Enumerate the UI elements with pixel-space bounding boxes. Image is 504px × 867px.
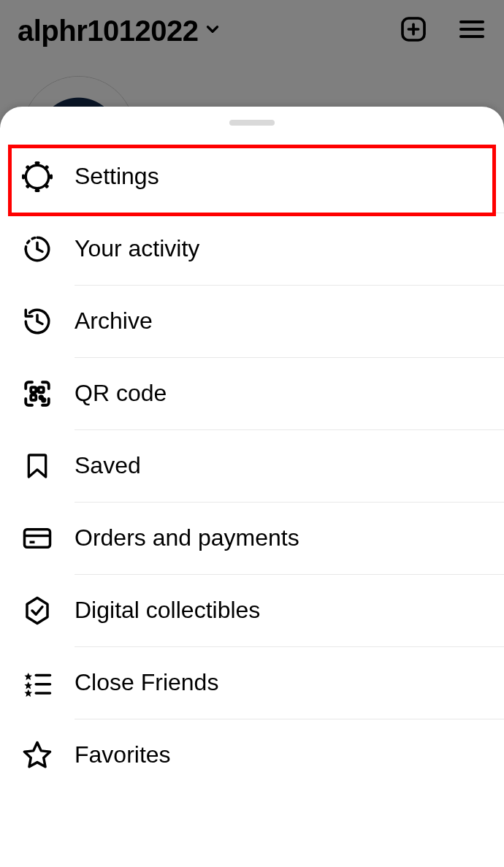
hexagon-check-icon xyxy=(22,595,53,626)
menu-item-archive[interactable]: Archive xyxy=(0,285,504,357)
menu-label: Archive xyxy=(75,308,153,335)
svg-point-12 xyxy=(42,399,45,402)
bookmark-icon xyxy=(22,451,53,481)
svg-rect-9 xyxy=(39,387,44,392)
gear-icon xyxy=(22,161,53,192)
svg-rect-10 xyxy=(31,394,36,400)
menu-label: Favorites xyxy=(75,741,171,768)
menu-item-qr-code[interactable]: QR code xyxy=(0,357,504,429)
menu-item-your-activity[interactable]: Your activity xyxy=(0,213,504,285)
svg-rect-8 xyxy=(31,387,36,392)
star-icon xyxy=(22,740,53,771)
menu-label: Your activity xyxy=(75,235,199,262)
credit-card-icon xyxy=(22,523,53,554)
menu-label: Close Friends xyxy=(75,669,218,696)
svg-marker-22 xyxy=(25,742,50,766)
svg-rect-13 xyxy=(25,529,50,547)
activity-icon xyxy=(22,234,53,264)
menu-item-favorites[interactable]: Favorites xyxy=(0,719,504,791)
menu-item-orders-payments[interactable]: Orders and payments xyxy=(0,502,504,574)
svg-marker-16 xyxy=(25,673,33,680)
menu-label: Saved xyxy=(75,452,141,479)
menu-label: QR code xyxy=(75,380,167,407)
qr-code-icon xyxy=(22,378,53,409)
menu-item-digital-collectibles[interactable]: Digital collectibles xyxy=(0,574,504,646)
menu-label: Digital collectibles xyxy=(75,597,260,624)
menu-item-settings[interactable]: Settings xyxy=(0,140,504,213)
menu-label: Orders and payments xyxy=(75,524,299,551)
menu-list: Settings Your activity xyxy=(0,140,504,791)
options-bottom-sheet: Settings Your activity xyxy=(0,107,504,867)
svg-marker-20 xyxy=(25,689,33,696)
star-list-icon xyxy=(22,668,53,698)
svg-marker-18 xyxy=(25,681,33,689)
archive-icon xyxy=(22,306,53,337)
sheet-drag-handle[interactable] xyxy=(229,120,275,126)
menu-item-saved[interactable]: Saved xyxy=(0,429,504,502)
svg-point-7 xyxy=(31,170,44,183)
menu-item-close-friends[interactable]: Close Friends xyxy=(0,646,504,719)
profile-screen: alphr1012022 xyxy=(0,0,504,867)
menu-label: Settings xyxy=(75,163,159,190)
